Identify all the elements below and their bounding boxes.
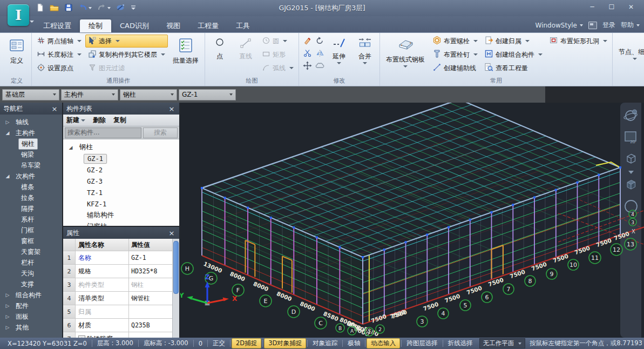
selector-dropdown-1[interactable]: 主构件 — [61, 89, 118, 100]
qat-style-pen-button[interactable] — [115, 3, 126, 14]
sidebar-item-钢柱[interactable]: 钢柱 — [0, 138, 62, 149]
properties-panel-close-icon[interactable] — [167, 229, 176, 237]
sidebar-item-窗框[interactable]: 窗框 — [0, 236, 62, 246]
sidebar-item-门框[interactable]: 门框 — [0, 225, 62, 236]
ribbon-tool-mirror[interactable] — [314, 48, 326, 60]
ribbon-button-查看工程量[interactable]: 查看工程量 — [482, 62, 545, 75]
property-row-材质[interactable]: 6材质Q235B — [63, 319, 172, 332]
ribbon-button-合并[interactable]: 合并 — [352, 35, 377, 71]
property-row-清单类型[interactable]: 4清单类型钢管柱 — [63, 292, 172, 305]
ribbon-tool-break-line[interactable] — [301, 48, 313, 60]
property-row-归属[interactable]: 5归属 — [63, 305, 172, 319]
sidebar-item-轴线[interactable]: ▷轴线 — [0, 117, 62, 127]
sidebar-item-其他[interactable]: ▷其他 — [0, 322, 62, 333]
sidebar-item-组合构件[interactable]: ▷组合构件 — [0, 290, 62, 300]
component-item-KFZ-1[interactable]: KFZ-1 — [63, 198, 179, 210]
viewport[interactable]: 2D 1300080008000800080008580600080008580… — [180, 103, 644, 338]
ribbon-button-圆[interactable]: 圆 — [259, 35, 296, 48]
ribbon-button-创建组合构件[interactable]: 创建组合构件 — [482, 48, 545, 61]
ribbon-button-创建辅助线[interactable]: 创建辅助线 — [430, 62, 480, 75]
component-search-button[interactable]: 搜索 — [143, 127, 178, 138]
qat-save-button[interactable] — [63, 3, 74, 14]
close-button[interactable]: ✕ — [623, 2, 639, 12]
ribbon-button-矩形[interactable]: 矩形 — [259, 48, 296, 61]
tab-工具[interactable]: 工具 — [227, 19, 259, 32]
selector-dropdown-2[interactable]: 钢柱 — [120, 89, 177, 100]
sidebar-item-拉条[interactable]: 拉条 — [0, 192, 62, 203]
ribbon-button-延伸[interactable]: 延伸 — [327, 35, 351, 71]
viewport-canvas[interactable]: 1300080008000800080008580600080008580600… — [180, 103, 644, 338]
qat-undo-button[interactable] — [77, 3, 93, 14]
property-row-构件类型[interactable]: 3构件类型钢柱 — [63, 278, 172, 292]
app-menu-button[interactable]: I — [6, 3, 30, 27]
ribbon-tool-rotate[interactable] — [314, 36, 326, 48]
sidebar-item-吊车梁[interactable]: 吊车梁 — [0, 160, 62, 171]
sidebar-item-系杆[interactable]: 系杆 — [0, 214, 62, 225]
component-item-GZ-3[interactable]: GZ-3 — [63, 176, 179, 187]
ribbon-button-点[interactable]: 点 — [207, 35, 232, 71]
ribbon-button-选择[interactable]: 选择 — [85, 35, 168, 48]
ribbon-button-复制构件到其它楼层[interactable]: 复制构件到其它楼层 — [85, 48, 168, 61]
sidebar-item-主构件[interactable]: ◢主构件 — [0, 127, 62, 138]
component-item-GZ-2[interactable]: GZ-2 — [63, 164, 179, 176]
ribbon-button-定义[interactable]: 定义 — [4, 35, 29, 71]
sidebar-item-钢梁[interactable]: 钢梁 — [0, 149, 62, 160]
sidebar-item-栏杆[interactable]: 栏杆 — [0, 257, 62, 268]
layout-toggle-button[interactable] — [588, 22, 597, 29]
new-component-button[interactable]: 新建 — [66, 116, 85, 125]
component-item-辅助构件[interactable]: 辅助构件 — [63, 210, 179, 221]
tab-工程设置[interactable]: 工程设置 — [35, 19, 80, 32]
tab-工程量[interactable]: 工程量 — [189, 19, 227, 32]
login-button[interactable]: 登录 — [602, 21, 615, 30]
selector-dropdown-3[interactable]: GZ-1 — [179, 89, 236, 100]
sidebar-item-支撑[interactable]: 支撑 — [0, 279, 62, 290]
ribbon-button-两点辅轴[interactable]: 两点辅轴 — [34, 35, 84, 48]
ribbon-button-弧线[interactable]: 弧线 — [259, 62, 296, 75]
ribbon-button-长度标注[interactable]: 长度标注 — [34, 48, 84, 61]
qat-redo-button[interactable] — [96, 3, 112, 14]
status-toggle-对象追踪[interactable]: 对象追踪 — [309, 339, 341, 348]
ribbon-button-布置线式钢板[interactable]: 布置线式钢板 — [382, 35, 429, 71]
properties-scrollbar[interactable] — [172, 239, 179, 338]
properties-scrollbar-thumb[interactable] — [173, 241, 179, 294]
tab-绘制[interactable]: 绘制 — [80, 19, 111, 32]
maximize-button[interactable]: ☐ — [604, 2, 619, 12]
ribbon-button-批量选择[interactable]: 批量选择 — [169, 35, 202, 71]
minimize-button[interactable]: ─ — [585, 2, 600, 12]
ribbon-tool-revision-cloud[interactable] — [314, 61, 326, 72]
navigation-panel-close-icon[interactable] — [50, 104, 59, 113]
status-toggle-3D对象捕捉[interactable]: 3D对象捕捉 — [264, 338, 306, 348]
status-toggle-跨图层选择[interactable]: 跨图层选择 — [403, 339, 442, 348]
ribbon-button-直线[interactable]: 直线 — [233, 35, 258, 71]
ribbon-tool-erase[interactable] — [301, 36, 313, 48]
sidebar-item-天窗架[interactable]: 天窗架 — [0, 246, 62, 257]
property-row-除锈防腐[interactable]: 7+除锈防腐 — [63, 332, 172, 338]
component-search-input[interactable]: 搜索构件... — [65, 127, 141, 138]
component-list-close-icon[interactable] — [167, 104, 176, 113]
qat-new-file-button[interactable] — [35, 3, 45, 14]
help-menu[interactable]: 帮助 — [621, 21, 640, 30]
ribbon-button-布置栓钉[interactable]: 布置栓钉 — [430, 48, 480, 61]
component-item-门窗柱[interactable]: 门窗柱 — [63, 221, 179, 226]
ribbon-button-设置原点[interactable]: 设置原点 — [34, 62, 84, 75]
workplane-dropdown[interactable]: 无工作平面 — [479, 338, 526, 348]
component-item-TZ-1[interactable]: TZ-1 — [63, 187, 179, 198]
qat-open-folder-button[interactable] — [49, 3, 60, 14]
tab-视图[interactable]: 视图 — [158, 19, 189, 32]
ribbon-button-图元过滤[interactable]: 图元过滤 — [85, 62, 168, 75]
ribbon-button-节点、细部[interactable]: 节点、细部 — [615, 35, 644, 71]
status-toggle-动态输入[interactable]: 动态输入 — [367, 338, 400, 348]
ribbon-button-创建归属[interactable]: 创建归属 — [482, 35, 545, 48]
status-toggle-极轴[interactable]: 极轴 — [344, 339, 364, 348]
copy-component-button[interactable]: 复制 — [113, 116, 126, 125]
property-row-规格[interactable]: 2规格HD325*8 — [63, 265, 172, 278]
sidebar-item-檩条[interactable]: 檩条 — [0, 182, 62, 192]
status-toggle-2D捕捉[interactable]: 2D捕捉 — [232, 338, 261, 348]
component-item-钢柱[interactable]: ◢钢柱 — [63, 142, 179, 153]
status-toggle-折线选择[interactable]: 折线选择 — [444, 339, 477, 348]
property-row-名称[interactable]: 1名称GZ-1 — [63, 251, 172, 265]
sidebar-item-隔撑[interactable]: 隔撑 — [0, 203, 62, 214]
window-style-menu[interactable]: WindowStyle — [535, 22, 583, 29]
ribbon-button-布置矩形孔洞[interactable]: 布置矩形孔洞 — [546, 35, 610, 48]
sidebar-item-次构件[interactable]: ◢次构件 — [0, 171, 62, 182]
